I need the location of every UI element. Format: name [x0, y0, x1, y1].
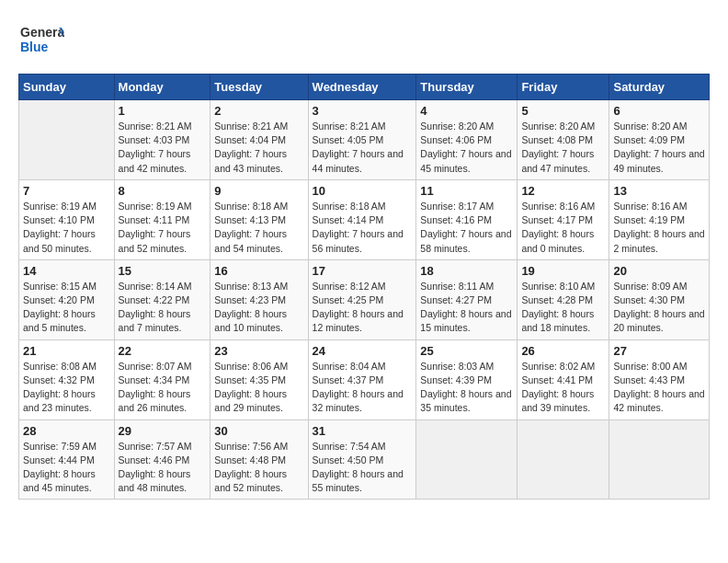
- day-number: 3: [313, 104, 413, 118]
- day-info: Sunrise: 8:17 AMSunset: 4:16 PMDaylight:…: [420, 200, 513, 256]
- calendar-cell: 15Sunrise: 8:14 AMSunset: 4:22 PMDayligh…: [114, 259, 210, 339]
- header-tuesday: Tuesday: [210, 75, 308, 100]
- header-friday: Friday: [518, 75, 609, 100]
- day-number: 20: [613, 264, 705, 278]
- calendar-cell: 1Sunrise: 8:21 AMSunset: 4:03 PMDaylight…: [114, 100, 210, 180]
- calendar-week-row: 28Sunrise: 7:59 AMSunset: 4:44 PMDayligh…: [19, 419, 710, 500]
- day-number: 19: [521, 264, 605, 278]
- calendar-cell: 24Sunrise: 8:04 AMSunset: 4:37 PMDayligh…: [308, 339, 416, 419]
- calendar-week-row: 21Sunrise: 8:08 AMSunset: 4:32 PMDayligh…: [19, 339, 710, 419]
- calendar-header-row: SundayMondayTuesdayWednesdayThursdayFrid…: [19, 75, 710, 100]
- day-number: 8: [119, 184, 207, 198]
- day-number: 11: [420, 184, 513, 198]
- day-number: 29: [119, 424, 207, 438]
- calendar-cell: 10Sunrise: 8:18 AMSunset: 4:14 PMDayligh…: [308, 179, 416, 259]
- calendar-cell: 30Sunrise: 7:56 AMSunset: 4:48 PMDayligh…: [210, 419, 308, 500]
- day-info: Sunrise: 8:21 AMSunset: 4:05 PMDaylight:…: [313, 120, 413, 176]
- day-info: Sunrise: 8:15 AMSunset: 4:20 PMDaylight:…: [23, 280, 110, 336]
- calendar-cell: [609, 419, 710, 500]
- day-number: 7: [23, 184, 110, 198]
- day-info: Sunrise: 7:56 AMSunset: 4:48 PMDaylight:…: [214, 440, 303, 496]
- calendar-cell: 16Sunrise: 8:13 AMSunset: 4:23 PMDayligh…: [210, 259, 308, 339]
- calendar-cell: 2Sunrise: 8:21 AMSunset: 4:04 PMDaylight…: [210, 100, 308, 180]
- day-number: 23: [214, 344, 303, 358]
- day-info: Sunrise: 8:18 AMSunset: 4:14 PMDaylight:…: [313, 200, 413, 256]
- day-info: Sunrise: 8:08 AMSunset: 4:32 PMDaylight:…: [23, 360, 110, 416]
- day-number: 10: [313, 184, 413, 198]
- day-number: 12: [521, 184, 605, 198]
- day-info: Sunrise: 8:03 AMSunset: 4:39 PMDaylight:…: [420, 360, 513, 416]
- day-info: Sunrise: 8:21 AMSunset: 4:03 PMDaylight:…: [119, 120, 207, 176]
- header-saturday: Saturday: [609, 75, 710, 100]
- day-info: Sunrise: 8:19 AMSunset: 4:11 PMDaylight:…: [119, 200, 207, 256]
- day-info: Sunrise: 8:12 AMSunset: 4:25 PMDaylight:…: [313, 280, 413, 336]
- calendar-cell: 23Sunrise: 8:06 AMSunset: 4:35 PMDayligh…: [210, 339, 308, 419]
- day-info: Sunrise: 8:13 AMSunset: 4:23 PMDaylight:…: [214, 280, 303, 336]
- calendar-cell: 20Sunrise: 8:09 AMSunset: 4:30 PMDayligh…: [609, 259, 710, 339]
- calendar-table: SundayMondayTuesdayWednesdayThursdayFrid…: [18, 74, 710, 500]
- calendar-cell: 9Sunrise: 8:18 AMSunset: 4:13 PMDaylight…: [210, 179, 308, 259]
- day-info: Sunrise: 8:18 AMSunset: 4:13 PMDaylight:…: [214, 200, 303, 256]
- calendar-cell: 6Sunrise: 8:20 AMSunset: 4:09 PMDaylight…: [609, 100, 710, 180]
- header-thursday: Thursday: [416, 75, 518, 100]
- calendar-week-row: 14Sunrise: 8:15 AMSunset: 4:20 PMDayligh…: [19, 259, 710, 339]
- day-number: 28: [23, 424, 110, 438]
- day-info: Sunrise: 7:54 AMSunset: 4:50 PMDaylight:…: [313, 440, 413, 496]
- calendar-cell: 13Sunrise: 8:16 AMSunset: 4:19 PMDayligh…: [609, 179, 710, 259]
- day-info: Sunrise: 7:59 AMSunset: 4:44 PMDaylight:…: [23, 440, 110, 496]
- day-info: Sunrise: 8:04 AMSunset: 4:37 PMDaylight:…: [313, 360, 413, 416]
- calendar-cell: 31Sunrise: 7:54 AMSunset: 4:50 PMDayligh…: [308, 419, 416, 500]
- day-number: 2: [214, 104, 303, 118]
- day-number: 15: [119, 264, 207, 278]
- day-number: 9: [214, 184, 303, 198]
- calendar-cell: 7Sunrise: 8:19 AMSunset: 4:10 PMDaylight…: [19, 179, 115, 259]
- logo: General Blue: [18, 18, 64, 64]
- calendar-cell: 27Sunrise: 8:00 AMSunset: 4:43 PMDayligh…: [609, 339, 710, 419]
- calendar-cell: 4Sunrise: 8:20 AMSunset: 4:06 PMDaylight…: [416, 100, 518, 180]
- day-info: Sunrise: 8:20 AMSunset: 4:08 PMDaylight:…: [521, 120, 605, 176]
- calendar-cell: 29Sunrise: 7:57 AMSunset: 4:46 PMDayligh…: [114, 419, 210, 500]
- page-header: General Blue: [18, 18, 710, 64]
- day-number: 31: [313, 424, 413, 438]
- day-info: Sunrise: 8:06 AMSunset: 4:35 PMDaylight:…: [214, 360, 303, 416]
- day-number: 6: [613, 104, 705, 118]
- header-sunday: Sunday: [19, 75, 115, 100]
- day-number: 13: [613, 184, 705, 198]
- logo-icon: General Blue: [18, 18, 64, 64]
- day-info: Sunrise: 7:57 AMSunset: 4:46 PMDaylight:…: [119, 440, 207, 496]
- day-number: 22: [119, 344, 207, 358]
- day-number: 1: [119, 104, 207, 118]
- day-number: 27: [613, 344, 705, 358]
- calendar-cell: 18Sunrise: 8:11 AMSunset: 4:27 PMDayligh…: [416, 259, 518, 339]
- day-number: 24: [313, 344, 413, 358]
- day-number: 16: [214, 264, 303, 278]
- calendar-cell: 28Sunrise: 7:59 AMSunset: 4:44 PMDayligh…: [19, 419, 115, 500]
- day-info: Sunrise: 8:19 AMSunset: 4:10 PMDaylight:…: [23, 200, 110, 256]
- calendar-cell: 14Sunrise: 8:15 AMSunset: 4:20 PMDayligh…: [19, 259, 115, 339]
- calendar-cell: [19, 100, 115, 180]
- calendar-cell: 25Sunrise: 8:03 AMSunset: 4:39 PMDayligh…: [416, 339, 518, 419]
- day-number: 18: [420, 264, 513, 278]
- calendar-cell: 3Sunrise: 8:21 AMSunset: 4:05 PMDaylight…: [308, 100, 416, 180]
- calendar-cell: 12Sunrise: 8:16 AMSunset: 4:17 PMDayligh…: [518, 179, 609, 259]
- day-info: Sunrise: 8:14 AMSunset: 4:22 PMDaylight:…: [119, 280, 207, 336]
- day-number: 26: [521, 344, 605, 358]
- day-info: Sunrise: 8:07 AMSunset: 4:34 PMDaylight:…: [119, 360, 207, 416]
- day-info: Sunrise: 8:20 AMSunset: 4:09 PMDaylight:…: [613, 120, 705, 176]
- day-number: 30: [214, 424, 303, 438]
- calendar-week-row: 1Sunrise: 8:21 AMSunset: 4:03 PMDaylight…: [19, 100, 710, 180]
- header-wednesday: Wednesday: [308, 75, 416, 100]
- calendar-cell: 19Sunrise: 8:10 AMSunset: 4:28 PMDayligh…: [518, 259, 609, 339]
- day-number: 4: [420, 104, 513, 118]
- calendar-cell: 11Sunrise: 8:17 AMSunset: 4:16 PMDayligh…: [416, 179, 518, 259]
- day-info: Sunrise: 8:00 AMSunset: 4:43 PMDaylight:…: [613, 360, 705, 416]
- calendar-cell: 17Sunrise: 8:12 AMSunset: 4:25 PMDayligh…: [308, 259, 416, 339]
- day-info: Sunrise: 8:20 AMSunset: 4:06 PMDaylight:…: [420, 120, 513, 176]
- svg-text:Blue: Blue: [20, 40, 49, 54]
- header-monday: Monday: [114, 75, 210, 100]
- calendar-cell: [518, 419, 609, 500]
- day-info: Sunrise: 8:09 AMSunset: 4:30 PMDaylight:…: [613, 280, 705, 336]
- calendar-cell: 21Sunrise: 8:08 AMSunset: 4:32 PMDayligh…: [19, 339, 115, 419]
- calendar-cell: [416, 419, 518, 500]
- svg-text:General: General: [20, 25, 64, 40]
